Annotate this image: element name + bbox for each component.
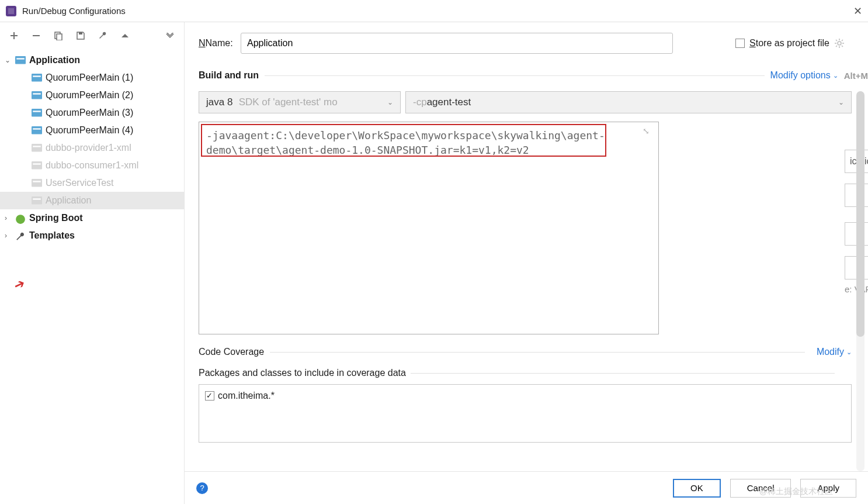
save-icon[interactable] <box>75 30 86 42</box>
up-icon[interactable] <box>119 30 131 42</box>
store-label: Store as project file <box>749 38 829 49</box>
config-icon <box>32 126 42 134</box>
classpath-select[interactable]: -cp agent-test ⌄ <box>405 91 852 113</box>
wrench-icon <box>15 232 26 240</box>
help-icon[interactable]: ? <box>196 482 208 494</box>
tree-item[interactable]: Application <box>0 192 184 209</box>
gear-icon[interactable] <box>834 38 845 49</box>
remove-icon[interactable] <box>30 30 42 42</box>
store-checkbox[interactable] <box>735 39 745 48</box>
chevron-down-icon: ⌄ <box>387 98 393 106</box>
svg-rect-11 <box>32 109 42 117</box>
tree-item[interactable]: UserServiceTest <box>0 174 184 192</box>
config-icon <box>32 74 42 82</box>
jdk-select[interactable]: java 8 SDK of 'agent-test' mo ⌄ <box>199 91 401 113</box>
wrench-icon[interactable] <box>97 30 109 42</box>
tree-item[interactable]: QuorumPeerMain (1) <box>0 69 184 87</box>
chevron-right-icon: › <box>5 214 15 222</box>
tree-node-spring-boot[interactable]: › Spring Boot <box>0 209 184 227</box>
modify-hint: Alt+M <box>844 71 868 81</box>
svg-rect-9 <box>32 91 42 99</box>
svg-rect-5 <box>15 56 26 64</box>
svg-rect-18 <box>33 163 41 164</box>
svg-point-24 <box>838 42 841 45</box>
svg-rect-1 <box>8 8 14 14</box>
config-tree: ⌄ Application QuorumPeerMain (1)QuorumPe… <box>0 49 184 504</box>
svg-rect-21 <box>32 196 42 205</box>
annotation-arrow: ➔ <box>11 275 27 294</box>
tree-item[interactable]: QuorumPeerMain (2) <box>0 87 184 104</box>
cancel-button[interactable]: Cancel <box>730 479 791 498</box>
chevron-down-icon: ⌄ <box>5 56 15 64</box>
code-coverage-header: Code Coverage Modify ⌄ <box>199 347 868 357</box>
svg-rect-6 <box>16 58 25 59</box>
tree-item[interactable]: dubbo-provider1-xml <box>0 139 184 157</box>
vm-options-input[interactable] <box>199 122 659 334</box>
tree-node-application[interactable]: ⌄ Application <box>0 51 184 69</box>
config-icon <box>32 91 42 99</box>
titlebar: Run/Debug Configurations ✕ <box>0 0 868 22</box>
svg-rect-4 <box>79 32 82 34</box>
svg-rect-15 <box>32 144 42 152</box>
svg-rect-19 <box>32 179 42 187</box>
config-toolbar <box>0 22 184 49</box>
coverage-item[interactable]: com.itheima.* <box>205 391 845 401</box>
left-panel: ⌄ Application QuorumPeerMain (1)QuorumPe… <box>0 22 185 504</box>
chevron-down-icon: ⌄ <box>838 98 844 106</box>
add-icon[interactable] <box>8 30 20 42</box>
packages-label: Packages and classes to include in cover… <box>199 368 868 378</box>
svg-point-23 <box>16 215 25 224</box>
coverage-list[interactable]: com.itheima.* <box>199 384 852 443</box>
tree-item[interactable]: QuorumPeerMain (3) <box>0 104 184 122</box>
svg-rect-22 <box>33 198 41 199</box>
spring-icon <box>15 214 26 222</box>
tree-item[interactable]: QuorumPeerMain (4) <box>0 122 184 139</box>
config-icon <box>32 109 42 117</box>
svg-rect-8 <box>33 75 41 77</box>
app-icon <box>6 6 16 16</box>
config-icon <box>32 144 42 152</box>
svg-rect-12 <box>33 111 41 112</box>
svg-rect-20 <box>33 181 41 182</box>
name-input[interactable] <box>241 33 673 54</box>
config-icon <box>32 179 42 187</box>
close-icon[interactable]: ✕ <box>853 5 862 18</box>
config-icon <box>32 196 42 205</box>
config-icon <box>32 161 42 170</box>
right-panel: NName: Store as project file Build and r… <box>185 22 868 504</box>
tree-node-templates[interactable]: › Templates <box>0 227 184 244</box>
ok-button[interactable]: OK <box>673 479 721 498</box>
svg-rect-14 <box>33 128 41 129</box>
svg-rect-16 <box>33 146 41 147</box>
window-title: Run/Debug Configurations <box>22 6 126 16</box>
scrollbar-thumb[interactable] <box>856 91 864 337</box>
dialog-footer: ? OK Cancel Apply @稀土掘金技术社区 <box>185 471 868 504</box>
app-type-icon <box>15 56 26 64</box>
more-icon[interactable] <box>164 30 176 42</box>
build-run-header: Build and run Modify options ⌄ Alt+M <box>199 70 868 81</box>
svg-rect-13 <box>32 126 42 134</box>
collapse-icon[interactable]: ⤡ <box>643 126 862 136</box>
modify-options-link[interactable]: Modify options ⌄ <box>770 70 838 81</box>
copy-icon[interactable] <box>53 30 64 42</box>
name-label: NName: <box>199 38 241 49</box>
svg-rect-3 <box>57 34 62 40</box>
modify-link[interactable]: Modify ⌄ <box>817 347 852 357</box>
coverage-checkbox[interactable] <box>205 391 214 401</box>
tree-item[interactable]: dubbo-consumer1-xml <box>0 157 184 174</box>
apply-button[interactable]: Apply <box>800 479 856 498</box>
chevron-right-icon: › <box>5 232 15 240</box>
svg-rect-10 <box>33 93 41 94</box>
svg-rect-17 <box>32 161 42 170</box>
scrollbar[interactable] <box>856 91 864 471</box>
svg-rect-7 <box>32 74 42 82</box>
